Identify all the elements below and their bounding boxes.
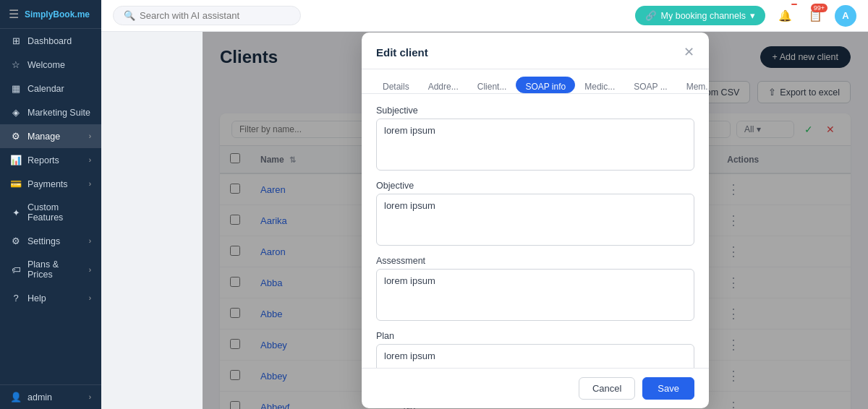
logo-text: SimplyBook.me (25, 9, 90, 20)
cancel-button[interactable]: Cancel (579, 377, 635, 400)
menu-icon[interactable]: ☰ (9, 7, 19, 21)
tab-client[interactable]: Client... (468, 77, 516, 93)
booking-channels-button[interactable]: 🔗 My booking channels ▾ (635, 6, 765, 25)
booking-btn-label: My booking channels (661, 11, 746, 21)
topbar: 🔍 🔗 My booking channels ▾ 🔔 📋 99+ A (101, 0, 868, 32)
sidebar-item-welcome[interactable]: ☆ Welcome (0, 53, 101, 77)
link-icon: 🔗 (645, 10, 657, 21)
tab-soap-info[interactable]: SOAP info (516, 77, 575, 93)
tab-soap2[interactable]: SOAP ... (624, 77, 676, 93)
modal-close-button[interactable]: ✕ (684, 44, 694, 60)
sidebar-item-label: Reports (27, 155, 83, 165)
modal-body: Subjective lorem ipsum Objective lorem i… (362, 94, 709, 368)
chevron-right-icon: › (89, 180, 91, 188)
modal-title: Edit client (376, 46, 428, 59)
updates-icon[interactable]: 📋 99+ (804, 5, 826, 27)
sidebar-item-label: Dashboard (27, 36, 91, 46)
chevron-right-icon: › (89, 156, 91, 164)
chevron-right-icon: › (89, 266, 91, 274)
subjective-field-group: Subjective lorem ipsum (376, 106, 694, 171)
sidebar-item-label: Settings (27, 236, 83, 246)
sidebar-logo[interactable]: ☰ SimplyBook.me (0, 0, 101, 29)
modal-footer: Cancel Save (362, 368, 709, 408)
tab-medic[interactable]: Medic... (575, 77, 624, 93)
calendar-icon: ▦ (10, 83, 22, 94)
modal-header: Edit client ✕ (362, 33, 709, 69)
help-icon: ? (10, 293, 22, 303)
subjective-textarea[interactable]: lorem ipsum (376, 119, 694, 171)
dashboard-icon: ⊞ (10, 35, 22, 46)
sidebar-item-manage[interactable]: ⚙ Manage › (0, 124, 101, 148)
sidebar-item-label: Calendar (27, 84, 91, 94)
main-content: Clients + Add new client ⊕ Merge ⇩ Impor… (203, 32, 868, 409)
reports-icon: 📊 (10, 155, 22, 165)
search-icon: 🔍 (124, 10, 135, 21)
sidebar-item-dashboard[interactable]: ⊞ Dashboard (0, 29, 101, 53)
chevron-right-icon: › (89, 237, 91, 245)
sidebar-item-label: Marketing Suite (27, 108, 91, 118)
sidebar-item-custom[interactable]: ✦ Custom Features (0, 196, 101, 229)
sidebar-item-plans[interactable]: 🏷 Plans & Prices › (0, 253, 101, 286)
assessment-textarea[interactable]: lorem ipsum (376, 269, 694, 321)
sidebar-item-reports[interactable]: 📊 Reports › (0, 148, 101, 172)
sidebar-item-label: Help (27, 293, 83, 303)
objective-field-group: Objective lorem ipsum (376, 181, 694, 246)
search-input[interactable] (140, 10, 290, 21)
notification-bell[interactable]: 🔔 (774, 5, 796, 27)
tab-details[interactable]: Details (373, 77, 419, 93)
sidebar-item-marketing[interactable]: ◈ Marketing Suite (0, 100, 101, 124)
modal-overlay[interactable]: Edit client ✕ Details Addre... Client...… (203, 32, 868, 409)
chevron-right-icon: › (89, 132, 91, 140)
payments-icon: 💳 (10, 178, 22, 189)
welcome-icon: ☆ (10, 59, 22, 70)
edit-client-modal: Edit client ✕ Details Addre... Client...… (362, 33, 709, 408)
chevron-right-icon: › (89, 294, 91, 302)
sidebar-item-label: Welcome (27, 60, 91, 70)
plan-field-group: Plan lorem ipsum (376, 331, 694, 368)
objective-textarea[interactable]: lorem ipsum (376, 194, 694, 246)
objective-label: Objective (376, 181, 694, 191)
topbar-right: 🔗 My booking channels ▾ 🔔 📋 99+ A (635, 5, 856, 27)
sidebar-item-settings[interactable]: ⚙ Settings › (0, 229, 101, 253)
plan-textarea[interactable]: lorem ipsum (376, 344, 694, 368)
sidebar-item-calendar[interactable]: ▦ Calendar (0, 77, 101, 100)
sidebar: ☰ SimplyBook.me ⊞ Dashboard ☆ Welcome ▦ … (0, 0, 101, 409)
sidebar-item-label: Payments (27, 179, 83, 189)
plans-icon: 🏷 (10, 264, 22, 275)
chevron-right-icon: › (89, 393, 91, 401)
settings-icon: ⚙ (10, 236, 22, 246)
assessment-label: Assessment (376, 256, 694, 266)
sidebar-item-admin[interactable]: 👤 admin › (0, 385, 101, 409)
sidebar-item-help[interactable]: ? Help › (0, 286, 101, 310)
sidebar-item-label: Custom Features (27, 202, 91, 223)
sidebar-item-label: Plans & Prices (27, 259, 83, 280)
manage-icon: ⚙ (10, 131, 22, 142)
sidebar-item-payments[interactable]: 💳 Payments › (0, 172, 101, 196)
subjective-label: Subjective (376, 106, 694, 116)
search-bar[interactable]: 🔍 (113, 6, 301, 25)
sidebar-item-label: Manage (27, 132, 83, 142)
modal-tabs: Details Addre... Client... SOAP info Med… (362, 69, 709, 94)
assessment-field-group: Assessment lorem ipsum (376, 256, 694, 321)
user-avatar[interactable]: A (835, 5, 856, 27)
tab-mem[interactable]: Mem... (677, 77, 709, 93)
tab-address[interactable]: Addre... (419, 77, 468, 93)
plan-label: Plan (376, 331, 694, 341)
sidebar-item-label: admin (27, 392, 83, 402)
updates-badge: 99+ (811, 4, 827, 12)
notification-badge (791, 4, 797, 5)
marketing-icon: ◈ (10, 107, 22, 118)
save-button[interactable]: Save (642, 377, 694, 400)
chevron-down-icon: ▾ (750, 10, 755, 21)
custom-icon: ✦ (10, 207, 22, 218)
admin-icon: 👤 (10, 392, 22, 402)
